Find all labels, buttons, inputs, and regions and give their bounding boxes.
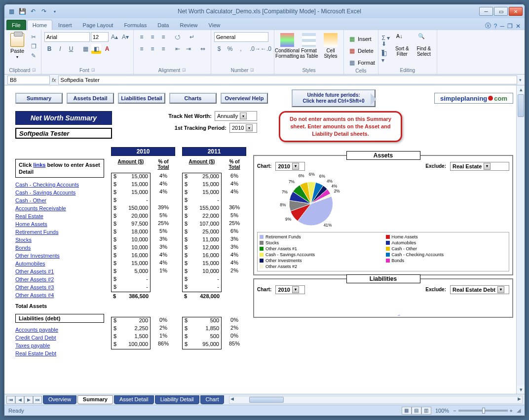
qat-dropdown-icon[interactable]: ▾: [50, 6, 60, 16]
page-break-view-button[interactable]: ▥: [421, 407, 431, 415]
asset-link[interactable]: Retirement Funds: [15, 228, 104, 236]
maximize-button[interactable]: ▭: [494, 7, 508, 16]
hscroll-thumb[interactable]: [249, 397, 284, 403]
asset-link[interactable]: Other Assets #4: [15, 291, 104, 299]
name-box[interactable]: [7, 76, 50, 84]
owner-name-field[interactable]: Softpedia Tester: [15, 128, 112, 139]
format-cells-button[interactable]: Format: [358, 60, 375, 66]
chevron-down-icon[interactable]: ▾: [292, 286, 299, 293]
fill-color-icon[interactable]: ◧: [91, 44, 101, 54]
tab-home[interactable]: Home: [27, 20, 52, 30]
chevron-down-icon[interactable]: ▾: [16, 55, 18, 59]
expand-formula-icon[interactable]: ▾: [519, 77, 522, 82]
font-name-input[interactable]: [44, 32, 90, 42]
zoom-out-button[interactable]: −: [453, 408, 456, 414]
asset-link[interactable]: Home Assets: [15, 220, 104, 228]
decrease-indent-icon[interactable]: ⇤: [173, 44, 183, 54]
liab-chart-year-select[interactable]: 2010▾: [275, 285, 305, 294]
workbook-restore-icon[interactable]: ❐: [507, 23, 513, 30]
nav-summary-button[interactable]: Summary: [15, 93, 63, 104]
scroll-down-icon[interactable]: ▾: [517, 385, 525, 394]
page-layout-view-button[interactable]: ▤: [412, 407, 421, 415]
decrease-decimal-icon[interactable]: ←.0: [261, 44, 271, 54]
align-bottom-icon[interactable]: ≡: [158, 32, 168, 42]
chevron-down-icon[interactable]: ▾: [292, 163, 299, 170]
liability-link[interactable]: Credit Card Debt: [15, 334, 104, 342]
asset-link[interactable]: Real Estate: [15, 212, 104, 220]
prev-sheet-button[interactable]: ◀: [15, 396, 24, 404]
minimize-ribbon-icon[interactable]: ⓥ: [485, 22, 491, 30]
tab-insert[interactable]: Insert: [53, 20, 77, 30]
close-button[interactable]: ✕: [509, 7, 523, 16]
nav-charts-button[interactable]: Charts: [169, 93, 217, 104]
next-sheet-button[interactable]: ▶: [24, 396, 33, 404]
grow-font-icon[interactable]: A▴: [110, 32, 119, 42]
liability-link[interactable]: Accounts payable: [15, 326, 104, 334]
fx-icon[interactable]: fx: [52, 77, 56, 83]
sheet-tab-asset-detail[interactable]: Asset Detail: [114, 395, 154, 404]
align-left-icon[interactable]: ≡: [137, 44, 147, 54]
workbook-close-icon[interactable]: ✕: [516, 23, 521, 30]
copy-icon[interactable]: ❐: [29, 42, 38, 50]
asset-link[interactable]: Cash - Other: [15, 196, 104, 204]
scroll-right-icon[interactable]: ▶: [518, 396, 521, 401]
align-center-icon[interactable]: ≡: [148, 44, 157, 54]
asset-link[interactable]: Automobiles: [15, 260, 104, 267]
insert-cells-button[interactable]: Insert: [358, 36, 372, 42]
chevron-down-icon[interactable]: ▾: [484, 163, 491, 170]
format-painter-icon[interactable]: ✎: [29, 52, 38, 60]
tab-page-layout[interactable]: Page Layout: [78, 20, 118, 30]
redo-icon[interactable]: ↷: [39, 6, 49, 16]
tab-review[interactable]: Review: [175, 20, 202, 30]
percent-icon[interactable]: %: [225, 44, 235, 54]
align-right-icon[interactable]: ≡: [158, 44, 168, 54]
liability-link[interactable]: Taxes payable: [15, 342, 104, 349]
chevron-down-icon[interactable]: ▾: [240, 113, 247, 119]
currency-icon[interactable]: $: [214, 44, 224, 54]
dialog-launcher-icon[interactable]: ◲: [182, 68, 186, 73]
dialog-launcher-icon[interactable]: ◲: [32, 68, 36, 73]
merge-center-icon[interactable]: ⇔: [198, 44, 208, 54]
format-icon[interactable]: ▦: [347, 58, 357, 68]
chevron-down-icon[interactable]: ▾: [246, 124, 253, 131]
insert-icon[interactable]: ▦: [347, 34, 357, 44]
delete-icon[interactable]: ▦: [347, 46, 357, 56]
help-icon[interactable]: ?: [494, 23, 497, 30]
wrap-text-icon[interactable]: ↵: [187, 32, 197, 42]
workbook-minimize-icon[interactable]: ─: [500, 23, 504, 30]
horizontal-scrollbar[interactable]: ◀ ▶: [229, 396, 523, 404]
first-period-select[interactable]: 2010▾: [229, 123, 257, 133]
font-size-input[interactable]: [91, 32, 109, 42]
clear-icon[interactable]: ◧ ▾: [381, 53, 390, 61]
sheet-tab-overview[interactable]: Overview: [43, 395, 76, 404]
asset-link[interactable]: Other Investments: [15, 252, 104, 260]
font-color-icon[interactable]: A: [102, 44, 112, 54]
align-middle-icon[interactable]: ≡: [148, 32, 157, 42]
orientation-icon[interactable]: ⭯: [173, 32, 183, 42]
conditional-formatting-button[interactable]: Conditional Formatting: [277, 31, 297, 59]
format-as-table-button[interactable]: Format as Table: [299, 31, 319, 59]
comma-icon[interactable]: ,: [236, 44, 246, 54]
tab-view[interactable]: View: [204, 20, 226, 30]
italic-button[interactable]: I: [55, 44, 65, 54]
increase-indent-icon[interactable]: ⇥: [184, 44, 193, 54]
assets-exclude-select[interactable]: Real Estate▾: [450, 162, 509, 171]
delete-cells-button[interactable]: Delete: [358, 48, 374, 54]
tab-file[interactable]: File: [6, 20, 26, 30]
minimize-button[interactable]: ─: [479, 7, 493, 16]
liability-link[interactable]: Real Estate Debt: [15, 349, 104, 357]
scroll-left-icon[interactable]: ◀: [230, 396, 234, 401]
track-net-worth-select[interactable]: Annually▾: [215, 111, 257, 121]
borders-icon[interactable]: ▦: [80, 44, 90, 54]
undo-icon[interactable]: ↶: [28, 6, 38, 16]
first-sheet-button[interactable]: ⏮: [6, 396, 15, 404]
asset-link[interactable]: Cash - Checking Accounts: [15, 181, 104, 189]
sheet-tab-chart[interactable]: Chart: [200, 395, 225, 404]
find-select-button[interactable]: 🔍Find & Select: [414, 31, 434, 57]
asset-link[interactable]: Accounts Receivable: [15, 204, 104, 212]
dialog-launcher-icon[interactable]: ◲: [250, 68, 254, 73]
asset-link[interactable]: Other Assets #3: [15, 283, 104, 291]
scroll-thumb[interactable]: [518, 94, 524, 117]
align-top-icon[interactable]: ≡: [137, 32, 147, 42]
cut-icon[interactable]: ✂: [29, 33, 38, 41]
